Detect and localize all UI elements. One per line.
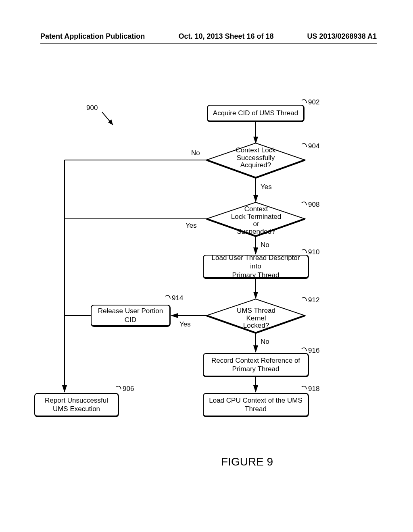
- d912-l2: Locked?: [229, 322, 283, 330]
- ref-912: 912: [308, 296, 319, 304]
- d904-l2: Successfully: [235, 154, 277, 162]
- d912-l1: UMS Thread Kernel: [229, 307, 283, 322]
- ref-908: 908: [308, 201, 319, 209]
- b906-l2: UMS Execution: [45, 405, 108, 413]
- d908-l1: Context: [228, 206, 284, 213]
- ref-916: 916: [308, 347, 319, 355]
- b916-l2: Primary Thread: [211, 365, 300, 373]
- d904-l1: Context Lock: [235, 147, 277, 154]
- d904-l3: Acquired?: [235, 162, 277, 169]
- ref-900: 900: [86, 104, 98, 112]
- edge-904-yes: Yes: [261, 183, 272, 191]
- step-acquire-cid-text: Acquire CID of UMS Thread: [213, 109, 298, 117]
- ref-906: 906: [123, 385, 134, 393]
- b910-l2: Primary Thread: [207, 271, 305, 279]
- step-release-user-portion-cid: Release User Portion CID: [91, 305, 171, 327]
- decision-ums-thread-kernel-locked: UMS Thread Kernel Locked?: [229, 307, 283, 330]
- ref-914: 914: [172, 294, 183, 302]
- edge-912-yes: Yes: [179, 320, 191, 328]
- b918-l1: Load CPU Context of the UMS: [209, 396, 302, 405]
- d908-l2: Lock Terminated or: [228, 213, 284, 228]
- b914-l2: CID: [98, 316, 163, 324]
- ref-904: 904: [308, 142, 319, 150]
- step-acquire-cid: Acquire CID of UMS Thread: [207, 105, 305, 122]
- b918-l2: Thread: [209, 405, 302, 413]
- ref-918: 918: [308, 385, 319, 393]
- b906-l1: Report Unsuccessful: [45, 396, 108, 405]
- edge-908-yes: Yes: [186, 222, 197, 230]
- b914-l1: Release User Portion: [98, 307, 163, 315]
- b916-l1: Record Context Reference of: [211, 356, 300, 365]
- figure-label: FIGURE 9: [221, 455, 273, 468]
- decision-context-lock-acquired: Context Lock Successfully Acquired?: [235, 147, 277, 169]
- step-load-cpu-context: Load CPU Context of the UMS Thread: [203, 393, 309, 417]
- step-record-context-reference: Record Context Reference of Primary Thre…: [203, 353, 309, 377]
- decision-context-lock-terminated: Context Lock Terminated or Suspended?: [228, 206, 284, 236]
- edge-904-no: No: [191, 149, 200, 157]
- step-load-user-thread-descriptor: Load User Thread Descriptor into Primary…: [203, 255, 309, 279]
- edge-908-no: No: [261, 241, 269, 249]
- step-report-unsuccessful: Report Unsuccessful UMS Execution: [34, 393, 119, 417]
- ref-910: 910: [308, 248, 319, 256]
- edge-912-no: No: [261, 338, 269, 346]
- b910-l1: Load User Thread Descriptor into: [207, 254, 305, 271]
- d908-l3: Suspended?: [228, 228, 284, 236]
- ref-902: 902: [308, 98, 319, 106]
